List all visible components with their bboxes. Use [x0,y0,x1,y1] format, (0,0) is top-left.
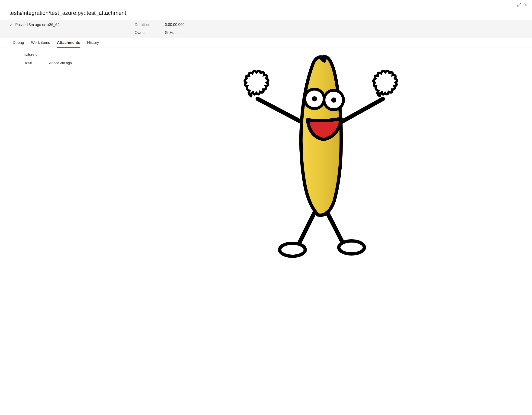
attachment-name: fixture.gif [24,52,94,57]
meta-label: Owner [135,31,165,35]
window-controls [0,0,532,8]
tab-attachments[interactable]: Attachments [57,40,80,48]
attachment-added: Added 3m ago [49,61,72,65]
meta-row-owner: Owner GitHub [135,31,523,35]
attachment-item[interactable]: fixture.gif 189K Added 3m ago [0,51,104,66]
expand-icon[interactable] [517,2,521,7]
meta-value: GitHub [165,31,177,35]
svg-point-5 [339,241,364,254]
tab-work-items[interactable]: Work items [31,40,50,48]
header: tests/integration/test_azure.py::test_at… [0,8,532,20]
tab-history[interactable]: History [87,40,99,48]
status-text: Passed 3m ago on x86_64 [15,23,59,27]
status-bar: Passed 3m ago on x86_64 Duration 0:00:00… [0,20,532,38]
meta-value: 0:00:00.000 [165,23,185,27]
meta-row-duration: Duration 0:00:00.000 [135,23,523,27]
tabs: Debug Work items Attachments History [0,38,532,48]
check-icon [9,23,13,27]
attachments-sidebar: fixture.gif 189K Added 3m ago [0,48,104,280]
svg-point-4 [280,243,305,256]
svg-point-3 [331,98,336,103]
tab-debug[interactable]: Debug [13,40,24,48]
meta-grid: Duration 0:00:00.000 Owner GitHub [135,23,523,35]
meta-label: Duration [135,23,165,27]
content: fixture.gif 189K Added 3m ago [0,48,532,280]
attachment-size: 189K [24,61,32,65]
test-title: tests/integration/test_azure.py::test_at… [9,10,523,16]
status-left: Passed 3m ago on x86_64 [9,23,135,27]
banana-cartoon-icon [225,50,411,259]
attachment-preview [104,48,532,280]
preview-image [214,50,422,259]
attachment-meta: 189K Added 3m ago [24,61,94,65]
svg-point-1 [312,96,317,101]
close-icon[interactable] [524,2,528,7]
